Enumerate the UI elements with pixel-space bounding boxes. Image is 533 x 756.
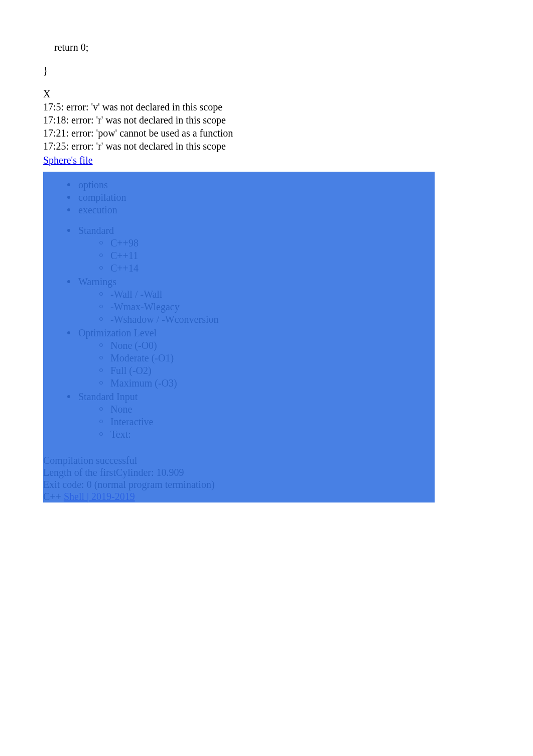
submenu-item[interactable]: Full (-O2) (102, 365, 533, 377)
menu-label: Warnings (78, 276, 116, 287)
submenu-label: None (-O0) (110, 340, 157, 351)
menu-item-warnings[interactable]: Warnings -Wall / -Wall -Wmax-Wlegacy -Ws… (70, 276, 533, 327)
menu-label: execution (78, 204, 117, 215)
submenu-stdin: None Interactive Text: (78, 404, 533, 441)
error-line: 17:25: error: 'r' was not declared in th… (43, 140, 533, 153)
compiler-errors: X 17:5: error: 'v' was not declared in t… (43, 87, 533, 153)
menu-item-standard[interactable]: Standard C++98 C++11 C++14 (70, 225, 533, 276)
submenu-item[interactable]: Moderate (-O1) (102, 352, 533, 365)
submenu-item[interactable]: Maximum (-O3) (102, 377, 533, 390)
status-footer: Compilation successful Length of the fir… (43, 454, 533, 502)
menu-item-options[interactable]: options (70, 179, 533, 192)
menu-item-compilation[interactable]: compilation (70, 192, 533, 204)
status-compilation: Compilation successful (43, 454, 533, 466)
sphere-file-link[interactable]: Sphere's file (43, 155, 93, 166)
menu-label: Standard Input (78, 391, 138, 402)
shell-prefix: C++ (43, 491, 64, 502)
submenu-standard: C++98 C++11 C++14 (78, 237, 533, 275)
status-output: Length of the firstCylinder: 10.909 (43, 466, 533, 478)
code-line: return 0; (43, 40, 533, 54)
submenu-label: -Wshadow / -Wconversion (110, 314, 219, 325)
submenu-label: Moderate (-O1) (110, 352, 174, 363)
status-exitcode: Exit code: 0 (normal program termination… (43, 478, 533, 490)
code-line: } (43, 63, 533, 77)
submenu-label: -Wall / -Wall (110, 289, 162, 300)
submenu-optimization: None (-O0) Moderate (-O1) Full (-O2) Max… (78, 340, 533, 390)
menu-label: compilation (78, 192, 126, 203)
menu-item-execution[interactable]: execution (70, 204, 533, 217)
submenu-label: C++14 (110, 263, 139, 274)
menu-item-stdin[interactable]: Standard Input None Interactive Text: (70, 391, 533, 442)
menu-label: Optimization Level (78, 327, 157, 338)
settings-menu: Standard C++98 C++11 C++14 Warnings -Wal… (43, 225, 533, 442)
submenu-label: Full (-O2) (110, 365, 152, 376)
submenu-warnings: -Wall / -Wall -Wmax-Wlegacy -Wshadow / -… (78, 289, 533, 326)
submenu-item[interactable]: -Wmax-Wlegacy (102, 301, 533, 314)
submenu-item[interactable]: -Wshadow / -Wconversion (102, 314, 533, 326)
submenu-label: Text: (110, 429, 131, 440)
submenu-item[interactable]: C++14 (102, 263, 533, 275)
submenu-label: None (110, 404, 132, 415)
submenu-item[interactable]: Interactive (102, 416, 533, 429)
error-marker: X (43, 87, 533, 100)
options-menu: options compilation execution (43, 179, 533, 217)
status-shell: C++ Shell | 2019-2019 (43, 490, 533, 502)
error-line: 17:18: error: 'r' was not declared in th… (43, 113, 533, 127)
menu-item-optimization[interactable]: Optimization Level None (-O0) Moderate (… (70, 327, 533, 391)
submenu-label: C++98 (110, 237, 139, 248)
menu-label: Standard (78, 225, 114, 236)
submenu-item[interactable]: C++11 (102, 250, 533, 263)
submenu-label: C++11 (110, 250, 138, 261)
submenu-item[interactable]: None (102, 404, 533, 416)
error-line: 17:21: error: 'pow' cannot be used as a … (43, 127, 533, 140)
submenu-item[interactable]: C++98 (102, 237, 533, 250)
error-line: 17:5: error: 'v' was not declared in thi… (43, 100, 533, 113)
submenu-label: Maximum (-O3) (110, 377, 177, 389)
code-snippet: return 0; } (43, 40, 533, 77)
submenu-label: Interactive (110, 416, 154, 427)
submenu-item[interactable]: None (-O0) (102, 340, 533, 352)
submenu-item[interactable]: Text: (102, 429, 533, 441)
menu-label: options (78, 179, 108, 190)
submenu-item[interactable]: -Wall / -Wall (102, 289, 533, 301)
shell-link[interactable]: Shell | 2019-2019 (64, 491, 135, 502)
submenu-label: -Wmax-Wlegacy (110, 301, 180, 312)
